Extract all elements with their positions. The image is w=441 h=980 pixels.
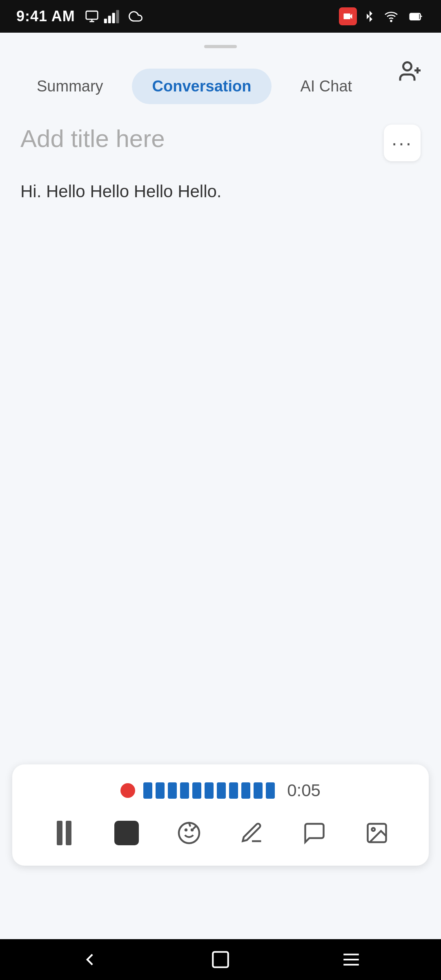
recording-badge <box>339 7 357 25</box>
status-right-icons <box>339 7 425 25</box>
back-icon <box>80 949 100 970</box>
back-button[interactable] <box>74 943 106 976</box>
cloud-icon <box>127 9 145 23</box>
bottom-nav <box>0 939 441 980</box>
drag-handle-area[interactable] <box>0 33 441 56</box>
svg-point-9 <box>403 62 412 71</box>
svg-rect-17 <box>213 952 228 967</box>
image-button[interactable] <box>361 817 393 849</box>
bluetooth-icon <box>363 9 376 23</box>
conversation-text: Hi. Hello Hello Hello Hello. <box>20 178 421 205</box>
wave-bar-6 <box>205 782 214 799</box>
recording-timer: 0:05 <box>287 781 321 800</box>
highlight-button[interactable] <box>236 817 268 849</box>
pause-icon <box>57 821 71 845</box>
wave-bar-7 <box>217 782 226 799</box>
svg-rect-8 <box>410 14 419 19</box>
battery-icon <box>407 9 425 23</box>
svg-rect-2 <box>108 16 111 23</box>
image-icon <box>365 821 389 845</box>
tab-conversation[interactable]: Conversation <box>132 69 272 104</box>
more-options-button[interactable]: ··· <box>384 125 421 161</box>
menu-icon <box>341 949 361 970</box>
drag-handle[interactable] <box>204 45 237 48</box>
waveform <box>143 782 275 799</box>
stop-button[interactable] <box>110 817 143 849</box>
wave-bar-11 <box>266 782 275 799</box>
wifi-icon <box>382 9 400 23</box>
wave-bar-1 <box>143 782 152 799</box>
comment-icon <box>302 821 327 845</box>
wave-bar-10 <box>254 782 263 799</box>
svg-point-16 <box>372 828 375 831</box>
emoji-button[interactable] <box>173 817 205 849</box>
wave-bar-2 <box>156 782 165 799</box>
comment-button[interactable] <box>298 817 331 849</box>
status-left-icons: 9:41 AM <box>16 8 145 25</box>
recording-bar: 0:05 <box>12 764 429 866</box>
home-button[interactable] <box>204 943 237 976</box>
tab-summary[interactable]: Summary <box>16 69 124 104</box>
svg-rect-1 <box>104 19 107 23</box>
main-container: Summary Conversation AI Chat Add title h… <box>0 33 441 939</box>
highlight-icon <box>240 821 264 845</box>
emoji-icon <box>177 821 201 845</box>
svg-rect-3 <box>112 13 115 24</box>
tabs-container: Summary Conversation AI Chat <box>0 60 441 112</box>
svg-rect-0 <box>86 11 98 19</box>
title-row: Add title here ··· <box>20 125 421 161</box>
svg-point-5 <box>391 20 392 22</box>
recording-dot <box>120 783 135 798</box>
add-person-icon <box>398 59 423 84</box>
status-time: 9:41 AM <box>16 8 75 25</box>
wave-bar-9 <box>241 782 250 799</box>
status-bar: 9:41 AM <box>0 0 441 33</box>
signal-icon <box>104 9 122 23</box>
wave-bar-5 <box>192 782 201 799</box>
camera-icon <box>342 11 354 22</box>
menu-button[interactable] <box>335 943 368 976</box>
wave-bar-8 <box>229 782 238 799</box>
wave-bar-3 <box>168 782 177 799</box>
page-title[interactable]: Add title here <box>20 125 384 153</box>
stop-icon <box>114 821 139 845</box>
tab-ai-chat[interactable]: AI Chat <box>280 69 372 104</box>
recording-indicator-row: 0:05 <box>33 781 408 800</box>
home-icon <box>210 949 231 970</box>
screen-record-icon <box>85 9 99 23</box>
pause-button[interactable] <box>48 817 80 849</box>
more-options-icon: ··· <box>392 132 413 154</box>
wave-bar-4 <box>180 782 189 799</box>
recording-controls <box>33 817 408 849</box>
svg-rect-4 <box>116 10 119 23</box>
add-participant-button[interactable] <box>396 57 425 86</box>
